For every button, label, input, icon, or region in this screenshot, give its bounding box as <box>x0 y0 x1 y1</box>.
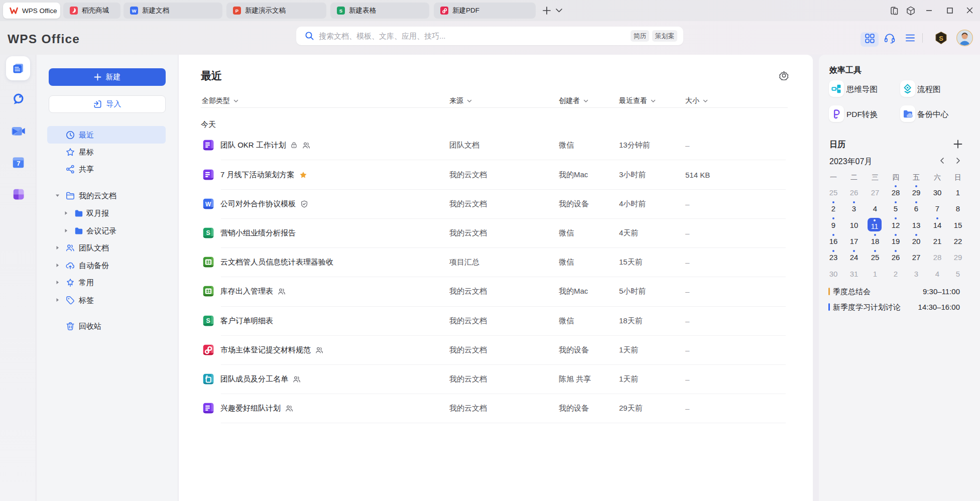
svg-text:7: 7 <box>17 160 20 167</box>
svg-text:S: S <box>939 35 943 42</box>
svg-text:S: S <box>339 8 342 14</box>
svg-text:P: P <box>235 8 239 14</box>
svg-text:W: W <box>132 8 137 14</box>
